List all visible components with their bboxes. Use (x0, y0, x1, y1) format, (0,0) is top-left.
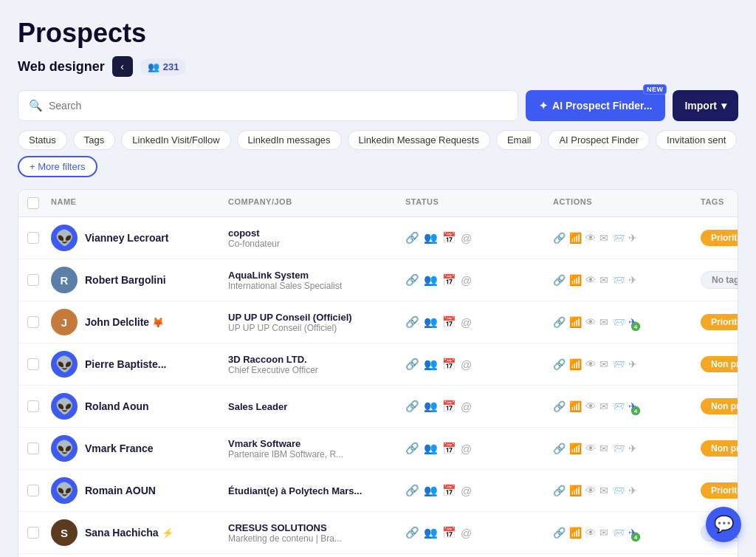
row-checkbox[interactable] (27, 274, 39, 286)
status-link-icon[interactable]: 🔗 (405, 526, 419, 539)
action-link-icon[interactable]: 🔗 (553, 527, 566, 539)
status-calendar-icon[interactable]: 📅 (442, 484, 456, 497)
action-link-icon[interactable]: 🔗 (553, 316, 566, 328)
status-calendar-icon[interactable]: 📅 (442, 442, 456, 455)
action-send-icon[interactable]: ✈ (628, 232, 637, 244)
filter-chip-invitation-sent[interactable]: Invitation sent (656, 130, 737, 150)
action-rss-icon[interactable]: 📶 (569, 442, 582, 454)
action-eye-icon[interactable]: 👁 (585, 485, 596, 496)
row-checkbox[interactable] (27, 316, 39, 328)
status-calendar-icon[interactable]: 📅 (442, 273, 456, 287)
row-checkbox[interactable] (27, 358, 39, 370)
action-send-badge-icon[interactable]: ✈4 (628, 316, 637, 328)
prospect-name[interactable]: Pierre Baptiste... (85, 358, 167, 370)
search-input[interactable] (49, 100, 507, 112)
prospect-name[interactable]: Vmark France (85, 442, 154, 454)
tag-badge[interactable]: Priorité (701, 230, 738, 246)
action-mail-icon[interactable]: ✉ (599, 358, 608, 370)
action-inbox-icon[interactable]: 📨 (612, 527, 625, 539)
prospect-name[interactable]: Romain AOUN (85, 485, 156, 496)
action-inbox-icon[interactable]: 📨 (612, 485, 625, 496)
status-group-icon[interactable]: 👥 (424, 400, 438, 413)
tag-badge[interactable]: No tag (701, 271, 738, 289)
filter-chip-tags[interactable]: Tags (73, 130, 115, 150)
action-mail-icon[interactable]: ✉ (599, 316, 608, 328)
row-checkbox[interactable] (27, 442, 39, 454)
row-checkbox[interactable] (27, 485, 39, 496)
more-filters-button[interactable]: + More filters (18, 156, 97, 177)
ai-prospect-button[interactable]: NEW ✦ AI Prospect Finder... (526, 90, 665, 121)
prospect-name[interactable]: Roland Aoun (85, 400, 149, 412)
action-mail-icon[interactable]: ✉ (599, 442, 608, 454)
action-link-icon[interactable]: 🔗 (553, 442, 566, 454)
action-link-icon[interactable]: 🔗 (553, 485, 566, 496)
action-eye-icon[interactable]: 👁 (585, 316, 596, 328)
status-email-icon[interactable]: @ (461, 274, 472, 287)
status-group-icon[interactable]: 👥 (424, 231, 438, 245)
action-send-badge-icon[interactable]: ✈4 (628, 400, 637, 412)
prospect-name[interactable]: Vianney Lecroart (85, 232, 168, 244)
action-rss-icon[interactable]: 📶 (569, 485, 582, 496)
action-rss-icon[interactable]: 📶 (569, 274, 582, 286)
tag-badge[interactable]: Priorité (701, 482, 738, 499)
status-group-icon[interactable]: 👥 (424, 484, 438, 497)
action-send-badge-icon[interactable]: ✈4 (628, 527, 637, 539)
status-group-icon[interactable]: 👥 (424, 358, 438, 371)
action-eye-icon[interactable]: 👁 (585, 442, 596, 454)
filter-chip-linkedin-visit[interactable]: LinkedIn Visit/Follow (121, 130, 230, 150)
status-email-icon[interactable]: @ (461, 358, 472, 371)
action-rss-icon[interactable]: 📶 (569, 400, 582, 412)
status-link-icon[interactable]: 🔗 (405, 484, 419, 497)
action-rss-icon[interactable]: 📶 (569, 232, 582, 244)
action-link-icon[interactable]: 🔗 (553, 274, 566, 286)
prospect-name[interactable]: Robert Bargolini (85, 274, 166, 286)
import-button[interactable]: Import ▾ (673, 90, 738, 121)
status-email-icon[interactable]: @ (461, 442, 472, 455)
chat-button[interactable]: 💬 (706, 507, 741, 542)
action-inbox-icon[interactable]: 📨 (612, 316, 625, 328)
header-checkbox-box[interactable] (27, 197, 39, 209)
row-checkbox[interactable] (27, 400, 39, 412)
row-checkbox[interactable] (27, 232, 39, 244)
action-link-icon[interactable]: 🔗 (553, 232, 566, 244)
action-send-icon[interactable]: ✈ (628, 274, 637, 286)
prospect-name[interactable]: Sana Hachicha ⚡ (85, 527, 173, 539)
tag-badge[interactable]: Non prio (701, 356, 738, 372)
action-link-icon[interactable]: 🔗 (553, 358, 566, 370)
action-eye-icon[interactable]: 👁 (585, 274, 596, 286)
tag-badge[interactable]: Priorité (701, 314, 738, 330)
action-eye-icon[interactable]: 👁 (585, 400, 596, 412)
row-checkbox[interactable] (27, 527, 39, 539)
status-email-icon[interactable]: @ (461, 527, 472, 539)
status-email-icon[interactable]: @ (461, 485, 472, 497)
status-calendar-icon[interactable]: 📅 (442, 231, 456, 245)
action-eye-icon[interactable]: 👁 (585, 527, 596, 539)
action-inbox-icon[interactable]: 📨 (612, 358, 625, 370)
action-mail-icon[interactable]: ✉ (599, 400, 608, 412)
status-email-icon[interactable]: @ (461, 316, 472, 329)
action-inbox-icon[interactable]: 📨 (612, 232, 625, 244)
tag-badge[interactable]: Non prio (701, 398, 738, 414)
status-link-icon[interactable]: 🔗 (405, 273, 419, 287)
status-calendar-icon[interactable]: 📅 (442, 315, 456, 329)
action-mail-icon[interactable]: ✉ (599, 274, 608, 286)
action-link-icon[interactable]: 🔗 (553, 400, 566, 412)
action-rss-icon[interactable]: 📶 (569, 316, 582, 328)
status-calendar-icon[interactable]: 📅 (442, 526, 456, 539)
filter-chip-email[interactable]: Email (496, 130, 543, 150)
status-link-icon[interactable]: 🔗 (405, 315, 419, 329)
status-calendar-icon[interactable]: 📅 (442, 400, 456, 413)
tag-badge[interactable]: Non prio (701, 440, 738, 457)
filter-chip-linkedin-message-requests[interactable]: Linkedin Message Requests (348, 130, 490, 150)
action-inbox-icon[interactable]: 📨 (612, 274, 625, 286)
action-eye-icon[interactable]: 👁 (585, 232, 596, 244)
status-link-icon[interactable]: 🔗 (405, 442, 419, 455)
status-link-icon[interactable]: 🔗 (405, 358, 419, 371)
action-send-icon[interactable]: ✈ (628, 358, 637, 370)
action-inbox-icon[interactable]: 📨 (612, 442, 625, 454)
status-link-icon[interactable]: 🔗 (405, 231, 419, 245)
status-group-icon[interactable]: 👥 (424, 273, 438, 287)
action-eye-icon[interactable]: 👁 (585, 358, 596, 370)
prospect-name[interactable]: John Delclite 🦊 (85, 316, 164, 328)
filter-chip-status[interactable]: Status (18, 130, 67, 150)
